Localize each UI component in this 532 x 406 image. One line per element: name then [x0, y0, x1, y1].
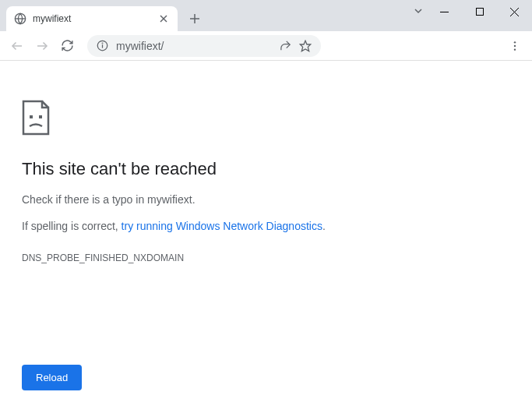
forward-button[interactable]	[31, 35, 53, 57]
close-window-button[interactable]	[497, 0, 532, 23]
info-icon[interactable]	[97, 40, 108, 51]
close-tab-button[interactable]	[157, 12, 170, 25]
reload-button[interactable]	[56, 35, 78, 57]
svg-rect-7	[476, 9, 483, 16]
menu-button[interactable]	[504, 35, 526, 57]
browser-tab[interactable]: mywifiext	[6, 6, 178, 31]
suggestion-prefix: If spelling is correct,	[22, 220, 122, 232]
share-icon[interactable]	[280, 40, 291, 51]
sad-page-icon	[22, 100, 510, 136]
svg-rect-20	[39, 115, 42, 118]
svg-marker-15	[300, 41, 310, 51]
error-page-content: This site can't be reached Check if ther…	[0, 61, 532, 406]
back-button[interactable]	[6, 35, 28, 57]
minimize-button[interactable]	[427, 0, 462, 23]
network-diagnostics-link[interactable]: try running Windows Network Diagnostics	[122, 220, 322, 232]
new-tab-button[interactable]	[184, 8, 206, 30]
maximize-button[interactable]	[462, 0, 497, 23]
address-bar[interactable]: mywifiext/	[87, 35, 321, 57]
tab-dropdown-icon[interactable]	[414, 6, 423, 16]
svg-point-16	[514, 41, 516, 43]
error-suggestion: If spelling is correct, try running Wind…	[22, 220, 510, 232]
url-text: mywifiext/	[116, 40, 272, 52]
bookmark-icon[interactable]	[299, 40, 312, 52]
svg-point-17	[514, 44, 516, 46]
suggestion-suffix: .	[322, 220, 326, 232]
svg-rect-19	[30, 115, 33, 118]
toolbar-right	[504, 35, 526, 57]
toolbar: mywifiext/	[0, 31, 532, 61]
reload-page-button[interactable]: Reload	[22, 365, 82, 390]
window-controls	[427, 0, 532, 23]
globe-icon	[14, 12, 26, 25]
titlebar: mywifiext	[0, 0, 532, 31]
svg-point-14	[102, 43, 103, 44]
error-heading: This site can't be reached	[22, 159, 510, 179]
error-subtext: Check if there is a typo in mywifiext.	[22, 193, 510, 206]
error-code: DNS_PROBE_FINISHED_NXDOMAIN	[22, 252, 510, 263]
tab-title: mywifiext	[33, 13, 157, 24]
svg-point-18	[514, 48, 516, 50]
